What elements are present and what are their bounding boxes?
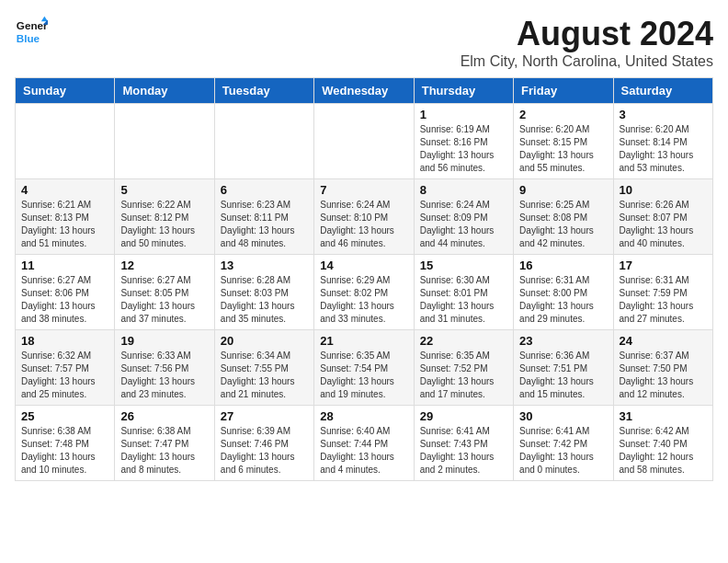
calendar-cell: 13Sunrise: 6:28 AMSunset: 8:03 PMDayligh… xyxy=(214,255,313,330)
calendar-cell: 11Sunrise: 6:27 AMSunset: 8:06 PMDayligh… xyxy=(16,255,115,330)
day-detail: Sunrise: 6:27 AMSunset: 8:06 PMDaylight:… xyxy=(21,274,108,326)
calendar-table: SundayMondayTuesdayWednesdayThursdayFrid… xyxy=(15,77,713,481)
calendar-cell: 19Sunrise: 6:33 AMSunset: 7:56 PMDayligh… xyxy=(115,330,214,406)
calendar-cell: 9Sunrise: 6:25 AMSunset: 8:08 PMDaylight… xyxy=(514,179,613,255)
day-detail: Sunrise: 6:35 AMSunset: 7:52 PMDaylight:… xyxy=(420,350,507,401)
day-number: 7 xyxy=(320,183,407,197)
calendar-cell xyxy=(16,104,115,179)
day-detail: Sunrise: 6:36 AMSunset: 7:51 PMDaylight:… xyxy=(519,350,607,401)
weekday-header-saturday: Saturday xyxy=(613,78,712,104)
day-number: 25 xyxy=(21,409,108,423)
day-number: 26 xyxy=(120,409,208,423)
calendar-cell: 3Sunrise: 6:20 AMSunset: 8:14 PMDaylight… xyxy=(613,104,712,179)
day-detail: Sunrise: 6:21 AMSunset: 8:13 PMDaylight:… xyxy=(21,199,108,250)
weekday-header-row: SundayMondayTuesdayWednesdayThursdayFrid… xyxy=(16,78,713,104)
day-detail: Sunrise: 6:41 AMSunset: 7:43 PMDaylight:… xyxy=(420,425,507,477)
weekday-header-tuesday: Tuesday xyxy=(214,78,313,104)
weekday-header-friday: Friday xyxy=(514,78,613,104)
day-number: 18 xyxy=(21,334,108,348)
day-detail: Sunrise: 6:24 AMSunset: 8:10 PMDaylight:… xyxy=(320,199,407,250)
calendar-cell: 12Sunrise: 6:27 AMSunset: 8:05 PMDayligh… xyxy=(115,255,214,330)
calendar-week-4: 18Sunrise: 6:32 AMSunset: 7:57 PMDayligh… xyxy=(16,330,713,406)
calendar-cell: 10Sunrise: 6:26 AMSunset: 8:07 PMDayligh… xyxy=(613,179,712,255)
calendar-cell: 6Sunrise: 6:23 AMSunset: 8:11 PMDaylight… xyxy=(214,179,313,255)
day-detail: Sunrise: 6:38 AMSunset: 7:48 PMDaylight:… xyxy=(21,425,108,477)
day-number: 14 xyxy=(320,259,407,272)
day-detail: Sunrise: 6:22 AMSunset: 8:12 PMDaylight:… xyxy=(120,199,208,250)
day-detail: Sunrise: 6:29 AMSunset: 8:02 PMDaylight:… xyxy=(320,274,407,326)
calendar-cell: 2Sunrise: 6:20 AMSunset: 8:15 PMDaylight… xyxy=(514,104,613,179)
day-number: 2 xyxy=(519,108,607,121)
day-detail: Sunrise: 6:19 AMSunset: 8:16 PMDaylight:… xyxy=(420,123,507,175)
day-number: 28 xyxy=(320,409,407,423)
logo-icon: General Blue xyxy=(15,15,48,48)
day-number: 11 xyxy=(21,259,108,272)
calendar-cell: 14Sunrise: 6:29 AMSunset: 8:02 PMDayligh… xyxy=(314,255,414,330)
day-detail: Sunrise: 6:31 AMSunset: 7:59 PMDaylight:… xyxy=(620,274,707,326)
calendar-cell: 30Sunrise: 6:41 AMSunset: 7:42 PMDayligh… xyxy=(514,406,613,481)
calendar-cell xyxy=(314,104,414,179)
day-detail: Sunrise: 6:41 AMSunset: 7:42 PMDaylight:… xyxy=(519,425,607,477)
day-detail: Sunrise: 6:37 AMSunset: 7:50 PMDaylight:… xyxy=(620,350,707,401)
day-detail: Sunrise: 6:20 AMSunset: 8:15 PMDaylight:… xyxy=(519,123,607,175)
day-detail: Sunrise: 6:26 AMSunset: 8:07 PMDaylight:… xyxy=(620,199,707,250)
calendar-cell: 23Sunrise: 6:36 AMSunset: 7:51 PMDayligh… xyxy=(514,330,613,406)
calendar-cell: 20Sunrise: 6:34 AMSunset: 7:55 PMDayligh… xyxy=(214,330,313,406)
day-number: 13 xyxy=(221,259,308,272)
logo: General Blue xyxy=(15,15,48,48)
day-number: 31 xyxy=(620,409,707,423)
calendar-cell: 24Sunrise: 6:37 AMSunset: 7:50 PMDayligh… xyxy=(613,330,712,406)
calendar-cell: 18Sunrise: 6:32 AMSunset: 7:57 PMDayligh… xyxy=(16,330,115,406)
day-detail: Sunrise: 6:34 AMSunset: 7:55 PMDaylight:… xyxy=(221,350,308,401)
day-number: 5 xyxy=(120,183,208,197)
day-number: 12 xyxy=(120,259,208,272)
main-title: August 2024 xyxy=(461,15,713,53)
calendar-cell: 25Sunrise: 6:38 AMSunset: 7:48 PMDayligh… xyxy=(16,406,115,481)
calendar-cell xyxy=(115,104,214,179)
day-number: 24 xyxy=(620,334,707,348)
day-number: 29 xyxy=(420,409,507,423)
day-number: 16 xyxy=(519,259,607,272)
day-detail: Sunrise: 6:33 AMSunset: 7:56 PMDaylight:… xyxy=(120,350,208,401)
day-detail: Sunrise: 6:42 AMSunset: 7:40 PMDaylight:… xyxy=(620,425,707,477)
day-number: 17 xyxy=(620,259,707,272)
calendar-cell: 1Sunrise: 6:19 AMSunset: 8:16 PMDaylight… xyxy=(414,104,513,179)
calendar-cell: 22Sunrise: 6:35 AMSunset: 7:52 PMDayligh… xyxy=(414,330,513,406)
weekday-header-monday: Monday xyxy=(115,78,214,104)
day-number: 6 xyxy=(221,183,308,197)
header: General Blue August 2024 Elm City, North… xyxy=(15,15,713,70)
calendar-cell: 16Sunrise: 6:31 AMSunset: 8:00 PMDayligh… xyxy=(514,255,613,330)
calendar-week-5: 25Sunrise: 6:38 AMSunset: 7:48 PMDayligh… xyxy=(16,406,713,481)
day-detail: Sunrise: 6:27 AMSunset: 8:05 PMDaylight:… xyxy=(120,274,208,326)
day-number: 19 xyxy=(120,334,208,348)
day-number: 15 xyxy=(420,259,507,272)
title-block: August 2024 Elm City, North Carolina, Un… xyxy=(461,15,713,70)
day-detail: Sunrise: 6:20 AMSunset: 8:14 PMDaylight:… xyxy=(620,123,707,175)
day-detail: Sunrise: 6:32 AMSunset: 7:57 PMDaylight:… xyxy=(21,350,108,401)
subtitle: Elm City, North Carolina, United States xyxy=(461,53,713,70)
calendar-cell xyxy=(214,104,313,179)
day-number: 27 xyxy=(221,409,308,423)
day-detail: Sunrise: 6:39 AMSunset: 7:46 PMDaylight:… xyxy=(221,425,308,477)
svg-text:Blue: Blue xyxy=(17,32,40,44)
calendar-cell: 26Sunrise: 6:38 AMSunset: 7:47 PMDayligh… xyxy=(115,406,214,481)
day-detail: Sunrise: 6:40 AMSunset: 7:44 PMDaylight:… xyxy=(320,425,407,477)
day-detail: Sunrise: 6:23 AMSunset: 8:11 PMDaylight:… xyxy=(221,199,308,250)
weekday-header-thursday: Thursday xyxy=(414,78,513,104)
day-detail: Sunrise: 6:30 AMSunset: 8:01 PMDaylight:… xyxy=(420,274,507,326)
calendar-cell: 29Sunrise: 6:41 AMSunset: 7:43 PMDayligh… xyxy=(414,406,513,481)
calendar-cell: 31Sunrise: 6:42 AMSunset: 7:40 PMDayligh… xyxy=(613,406,712,481)
calendar-week-2: 4Sunrise: 6:21 AMSunset: 8:13 PMDaylight… xyxy=(16,179,713,255)
calendar-week-3: 11Sunrise: 6:27 AMSunset: 8:06 PMDayligh… xyxy=(16,255,713,330)
day-number: 1 xyxy=(420,108,507,121)
day-number: 22 xyxy=(420,334,507,348)
day-detail: Sunrise: 6:25 AMSunset: 8:08 PMDaylight:… xyxy=(519,199,607,250)
day-detail: Sunrise: 6:31 AMSunset: 8:00 PMDaylight:… xyxy=(519,274,607,326)
calendar-cell: 8Sunrise: 6:24 AMSunset: 8:09 PMDaylight… xyxy=(414,179,513,255)
calendar-cell: 27Sunrise: 6:39 AMSunset: 7:46 PMDayligh… xyxy=(214,406,313,481)
day-number: 3 xyxy=(620,108,707,121)
day-number: 4 xyxy=(21,183,108,197)
day-number: 23 xyxy=(519,334,607,348)
day-detail: Sunrise: 6:28 AMSunset: 8:03 PMDaylight:… xyxy=(221,274,308,326)
day-detail: Sunrise: 6:24 AMSunset: 8:09 PMDaylight:… xyxy=(420,199,507,250)
